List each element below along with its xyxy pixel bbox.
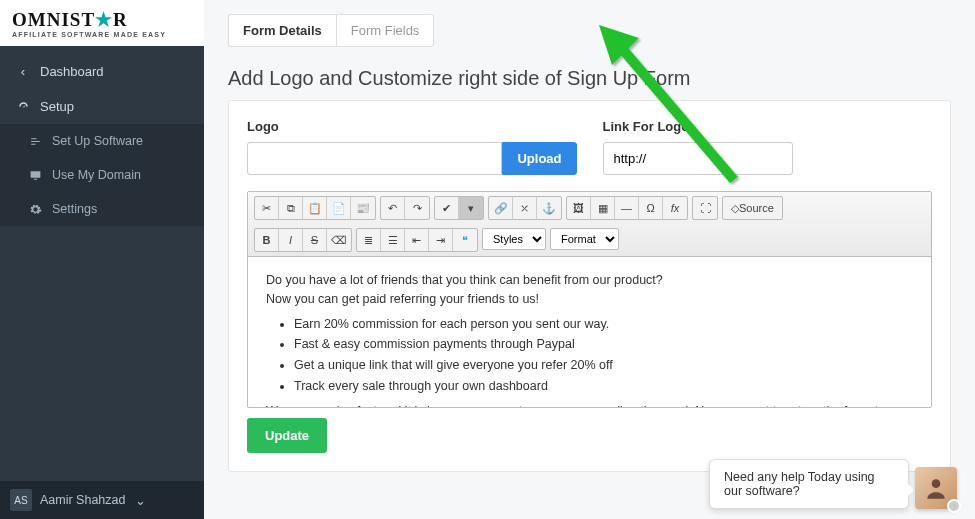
- sidebar-nav: ‹ Dashboard Setup Set Up Software Use M: [0, 46, 204, 481]
- sidebar-item-label: Setup: [40, 99, 74, 114]
- strike-icon[interactable]: S: [303, 229, 327, 251]
- italic-icon[interactable]: I: [279, 229, 303, 251]
- tab-form-fields[interactable]: Form Fields: [336, 14, 435, 47]
- indent-icon[interactable]: ⇥: [429, 229, 453, 251]
- sidebar-item-settings[interactable]: Settings: [0, 192, 204, 226]
- scayt-icon[interactable]: ▾: [459, 197, 483, 219]
- user-name: Aamir Shahzad: [40, 493, 125, 507]
- user-menu[interactable]: AS Aamir Shahzad ⌄: [0, 481, 204, 519]
- chat-avatar-icon[interactable]: [915, 467, 957, 509]
- editor-paragraph: We are growing fast and it is because ou…: [266, 402, 913, 408]
- editor-toolbar: ✂ ⧉ 📋 📄 📰 ↶ ↷ ✔ ▾ 🔗: [248, 192, 931, 257]
- tabs: Form Details Form Fields: [204, 0, 975, 47]
- list-item: Earn 20% commission for each person you …: [294, 315, 913, 334]
- anchor-icon[interactable]: ⚓: [537, 197, 561, 219]
- undo-icon[interactable]: ↶: [381, 197, 405, 219]
- gear-icon: [28, 202, 42, 216]
- list-item: Get a unique link that will give everyon…: [294, 356, 913, 375]
- form-card: Logo Upload Link For Logo ✂ ⧉ 📋: [228, 100, 951, 472]
- list-item: Fast & easy commission payments through …: [294, 335, 913, 354]
- sliders-icon: [28, 134, 42, 148]
- sidebar-item-label: Settings: [52, 202, 97, 216]
- sidebar-item-setup[interactable]: Setup: [0, 89, 204, 124]
- svg-point-2: [932, 479, 941, 488]
- editor-list: Earn 20% commission for each person you …: [294, 315, 913, 396]
- brand-tagline: AFFILIATE SOFTWARE MADE EASY: [12, 31, 192, 38]
- link-input[interactable]: [603, 142, 793, 175]
- chevron-left-icon: ‹: [16, 65, 30, 79]
- sidebar-item-label: Set Up Software: [52, 134, 143, 148]
- rich-text-editor[interactable]: ✂ ⧉ 📋 📄 📰 ↶ ↷ ✔ ▾ 🔗: [247, 191, 932, 408]
- copy-icon[interactable]: ⧉: [279, 197, 303, 219]
- list-item: Track every sale through your own dashbo…: [294, 377, 913, 396]
- sidebar-item-set-up-software[interactable]: Set Up Software: [0, 124, 204, 158]
- spellcheck-icon[interactable]: ✔: [435, 197, 459, 219]
- sidebar-item-label: Dashboard: [40, 64, 104, 79]
- redo-icon[interactable]: ↷: [405, 197, 429, 219]
- paste-icon[interactable]: 📋: [303, 197, 327, 219]
- paste-word-icon[interactable]: 📰: [351, 197, 375, 219]
- tab-form-details[interactable]: Form Details: [228, 14, 336, 47]
- page-title: Add Logo and Customize right side of Sig…: [204, 47, 975, 100]
- chevron-down-icon: ⌄: [135, 493, 146, 508]
- bold-icon[interactable]: B: [255, 229, 279, 251]
- source-button[interactable]: ◇ Source: [723, 197, 782, 219]
- sidebar-item-dashboard[interactable]: ‹ Dashboard: [0, 54, 204, 89]
- gauge-icon: [16, 100, 30, 114]
- special-char-icon[interactable]: Ω: [639, 197, 663, 219]
- update-button[interactable]: Update: [247, 418, 327, 453]
- paste-text-icon[interactable]: 📄: [327, 197, 351, 219]
- upload-button[interactable]: Upload: [502, 142, 576, 175]
- user-avatar: AS: [10, 489, 32, 511]
- equation-icon[interactable]: fx: [663, 197, 687, 219]
- remove-format-icon[interactable]: ⌫: [327, 229, 351, 251]
- unlink-icon[interactable]: ⤫: [513, 197, 537, 219]
- logo-path-input[interactable]: [247, 142, 502, 175]
- numbered-list-icon[interactable]: ≣: [357, 229, 381, 251]
- maximize-icon[interactable]: ⛶: [693, 197, 717, 219]
- image-icon[interactable]: 🖼: [567, 197, 591, 219]
- outdent-icon[interactable]: ⇤: [405, 229, 429, 251]
- help-chat[interactable]: Need any help Today using our software?: [709, 459, 957, 509]
- link-label: Link For Logo: [603, 119, 933, 134]
- styles-select[interactable]: Styles: [482, 228, 546, 250]
- editor-paragraph: Now you can get paid referring your frie…: [266, 290, 913, 309]
- logo-label: Logo: [247, 119, 577, 134]
- cut-icon[interactable]: ✂: [255, 197, 279, 219]
- editor-paragraph: Do you have a lot of friends that you th…: [266, 271, 913, 290]
- chat-bubble[interactable]: Need any help Today using our software?: [709, 459, 909, 509]
- hr-icon[interactable]: ―: [615, 197, 639, 219]
- sidebar-item-label: Use My Domain: [52, 168, 141, 182]
- table-icon[interactable]: ▦: [591, 197, 615, 219]
- monitor-icon: [28, 168, 42, 182]
- blockquote-icon[interactable]: ❝: [453, 229, 477, 251]
- sidebar-item-use-my-domain[interactable]: Use My Domain: [0, 158, 204, 192]
- editor-content[interactable]: Do you have a lot of friends that you th…: [248, 257, 931, 407]
- brand-logo: OMNIST★R AFFILIATE SOFTWARE MADE EASY: [0, 0, 204, 46]
- format-select[interactable]: Format: [550, 228, 619, 250]
- bulleted-list-icon[interactable]: ☰: [381, 229, 405, 251]
- link-icon[interactable]: 🔗: [489, 197, 513, 219]
